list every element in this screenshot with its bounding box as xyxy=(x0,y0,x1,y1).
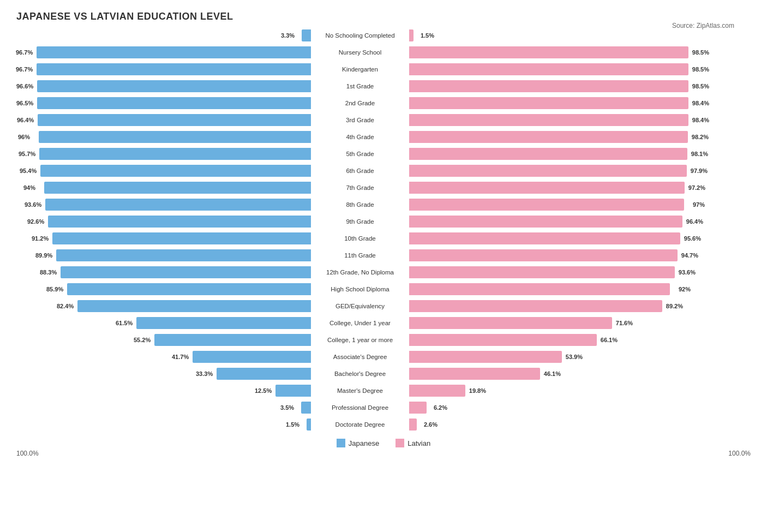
chart-row: 55.2%College, 1 year or more66.1% xyxy=(16,332,751,348)
bar-value-left: 12.5% xyxy=(255,387,272,394)
left-bar-container: 91.2% xyxy=(16,232,311,244)
bar-label: High School Diploma xyxy=(311,286,409,292)
bar-value-right: 71.6% xyxy=(616,320,633,326)
right-bar-container: 92% xyxy=(409,283,704,295)
bar-left: 88.3% xyxy=(61,266,311,278)
right-bar-container: 46.1% xyxy=(409,368,704,380)
bar-right: 98.5% xyxy=(409,63,688,75)
left-bar-container: 92.6% xyxy=(16,216,311,228)
bar-right: 98.1% xyxy=(409,148,687,160)
bar-right: 19.8% xyxy=(409,385,465,397)
bar-right: 94.7% xyxy=(409,249,678,261)
legend-japanese-box xyxy=(337,439,345,447)
bar-value-right: 2.6% xyxy=(424,421,438,428)
bar-label: Doctorate Degree xyxy=(311,421,409,428)
left-bar-container: 96% xyxy=(16,131,311,143)
left-bar-container: 33.3% xyxy=(16,368,311,380)
bar-value-right: 98.5% xyxy=(692,66,709,73)
bar-label: Master's Degree xyxy=(311,387,409,394)
bar-value-left: 1.5% xyxy=(286,421,299,428)
right-bar-container: 19.8% xyxy=(409,385,704,397)
bar-value-left: 89.9% xyxy=(35,252,52,259)
bar-left: 95.7% xyxy=(39,148,311,160)
bar-value-right: 94.7% xyxy=(681,252,698,259)
right-bar-container: 98.1% xyxy=(409,148,704,160)
left-bar-container: 3.5% xyxy=(16,402,311,414)
chart-row: 85.9%High School Diploma92% xyxy=(16,282,751,297)
chart-row: 89.9%11th Grade94.7% xyxy=(16,248,751,263)
bar-label: 12th Grade, No Diploma xyxy=(311,269,409,276)
left-bar-container: 55.2% xyxy=(16,334,311,346)
right-bar-container: 95.6% xyxy=(409,232,704,244)
bar-label: College, Under 1 year xyxy=(311,320,409,326)
bar-right: 98.4% xyxy=(409,97,688,109)
bar-right: 2.6% xyxy=(409,419,417,431)
bar-label: Nursery School xyxy=(311,49,409,56)
right-bar-container: 97.9% xyxy=(409,165,704,177)
bar-value-right: 92% xyxy=(679,286,691,292)
chart-row: 12.5%Master's Degree19.8% xyxy=(16,383,751,398)
chart-row: 92.6%9th Grade96.4% xyxy=(16,214,751,229)
bar-value-right: 98.5% xyxy=(692,49,709,56)
right-bar-container: 94.7% xyxy=(409,249,704,261)
bar-label: 1st Grade xyxy=(311,83,409,89)
right-bar-container: 53.9% xyxy=(409,351,704,363)
bar-value-right: 95.6% xyxy=(684,235,701,242)
left-bar-container: 96.7% xyxy=(16,63,311,75)
bar-right: 95.6% xyxy=(409,232,680,244)
right-bar-container: 1.5% xyxy=(409,29,704,41)
bar-value-left: 3.5% xyxy=(280,404,294,411)
bar-right: 98.5% xyxy=(409,80,688,92)
axis-labels: 100.0% 100.0% xyxy=(16,450,751,457)
bar-value-left: 96.7% xyxy=(16,49,33,56)
bar-left: 33.3% xyxy=(217,368,311,380)
chart-row: 41.7%Associate's Degree53.9% xyxy=(16,349,751,364)
axis-left: 100.0% xyxy=(16,450,39,457)
bar-left: 55.2% xyxy=(154,334,311,346)
chart-row: 95.4%6th Grade97.9% xyxy=(16,163,751,178)
bar-value-right: 98.2% xyxy=(692,134,709,140)
left-bar-container: 85.9% xyxy=(16,283,311,295)
bar-value-right: 97.9% xyxy=(691,168,708,174)
bar-value-left: 96.7% xyxy=(16,66,33,73)
bar-value-right: 1.5% xyxy=(421,32,434,39)
bar-left: 1.5% xyxy=(307,419,311,431)
bar-value-left: 96% xyxy=(18,134,30,140)
bar-value-left: 96.6% xyxy=(16,83,33,89)
bar-right: 89.2% xyxy=(409,300,662,312)
bar-value-left: 93.6% xyxy=(25,201,41,208)
bar-right: 97.9% xyxy=(409,165,687,177)
left-bar-container: 94% xyxy=(16,182,311,194)
chart-container: 3.3%No Schooling Completed1.5%96.7%Nurse… xyxy=(16,28,751,432)
chart-row: 94%7th Grade97.2% xyxy=(16,180,751,195)
bar-left: 3.3% xyxy=(302,29,311,41)
bar-label: 7th Grade xyxy=(311,184,409,191)
right-bar-container: 97.2% xyxy=(409,182,704,194)
chart-row: 95.7%5th Grade98.1% xyxy=(16,146,751,162)
legend-japanese: Japanese xyxy=(337,439,379,447)
legend-latvian-box xyxy=(396,439,404,447)
bar-label: 6th Grade xyxy=(311,168,409,174)
bar-value-right: 53.9% xyxy=(566,354,583,360)
bar-value-left: 3.3% xyxy=(281,32,295,39)
right-bar-container: 66.1% xyxy=(409,334,704,346)
bar-left: 91.2% xyxy=(52,232,311,244)
bar-value-left: 61.5% xyxy=(116,320,133,326)
bar-left: 96% xyxy=(39,131,311,143)
bar-value-right: 19.8% xyxy=(469,387,486,394)
bar-label: Associate's Degree xyxy=(311,354,409,360)
bar-value-right: 97.2% xyxy=(688,184,705,191)
left-bar-container: 96.4% xyxy=(16,114,311,126)
bar-left: 3.5% xyxy=(301,402,311,414)
left-bar-container: 61.5% xyxy=(16,317,311,329)
bar-value-left: 55.2% xyxy=(134,337,151,343)
bar-left: 96.5% xyxy=(37,97,311,109)
bar-value-right: 98.1% xyxy=(691,151,708,157)
bar-left: 89.9% xyxy=(56,249,311,261)
chart-row: 96.4%3rd Grade98.4% xyxy=(16,112,751,128)
bar-left: 82.4% xyxy=(77,300,311,312)
bar-value-left: 85.9% xyxy=(46,286,63,292)
bar-right: 98.5% xyxy=(409,46,688,58)
bar-right: 53.9% xyxy=(409,351,562,363)
left-bar-container: 3.3% xyxy=(16,29,311,41)
